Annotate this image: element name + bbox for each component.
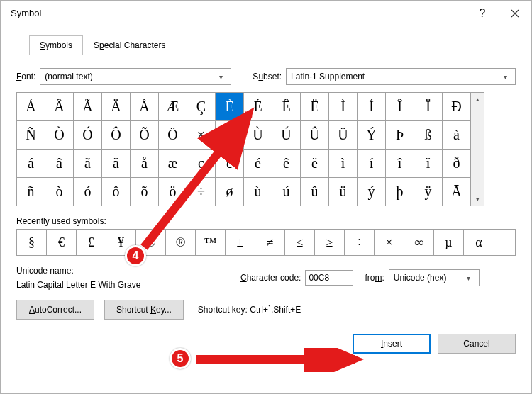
symbol-cell[interactable]: Þ (386, 121, 414, 150)
symbol-cell[interactable]: Í (358, 93, 386, 121)
recent-symbol-cell[interactable]: ≠ (255, 230, 285, 255)
symbol-cell[interactable]: Ð (443, 93, 471, 121)
symbol-cell[interactable]: ç (187, 150, 216, 178)
symbol-cell[interactable]: Ú (272, 121, 301, 150)
symbol-cell[interactable]: ê (272, 150, 301, 178)
recent-symbol-cell[interactable]: £ (77, 230, 106, 255)
symbol-cell[interactable]: ë (301, 150, 329, 178)
symbol-cell[interactable]: Ó (74, 121, 102, 150)
symbol-cell[interactable]: Ê (272, 93, 301, 121)
recent-symbol-cell[interactable]: α (464, 230, 494, 255)
scroll-down-icon[interactable]: ▾ (471, 193, 484, 206)
symbol-cell[interactable]: ä (102, 150, 131, 178)
symbol-cell[interactable]: ó (74, 178, 102, 206)
symbol-cell[interactable]: ð (443, 150, 471, 178)
symbol-cell[interactable]: Î (386, 93, 414, 121)
close-button[interactable] (499, 1, 531, 26)
recent-symbol-cell[interactable]: ≥ (315, 230, 345, 255)
subset-select[interactable]: Latin-1 Supplement ▾ (286, 68, 516, 85)
autocorrect-button[interactable]: AutoCorrect... (16, 300, 94, 320)
symbol-cell[interactable]: â (45, 150, 74, 178)
recent-symbol-cell[interactable]: € (47, 230, 77, 255)
from-select[interactable]: Unicode (hex) ▾ (389, 269, 480, 286)
symbol-cell[interactable]: Á (17, 93, 45, 121)
symbol-cell[interactable]: ÿ (414, 178, 443, 206)
symbol-cell[interactable]: ß (414, 121, 443, 150)
symbol-cell[interactable]: ü (329, 178, 358, 206)
chevron-down-icon: ▾ (498, 69, 512, 84)
symbol-cell[interactable]: é (244, 150, 272, 178)
recent-symbol-cell[interactable]: § (17, 230, 47, 255)
symbol-cell[interactable]: ø (216, 178, 244, 206)
symbol-cell[interactable]: Ï (414, 93, 443, 121)
symbol-cell[interactable]: æ (159, 150, 187, 178)
symbol-cell[interactable]: á (17, 150, 45, 178)
symbol-cell[interactable]: ì (329, 150, 358, 178)
subset-select-value: Latin-1 Supplement (291, 72, 365, 81)
symbol-cell[interactable]: Õ (131, 121, 159, 150)
recent-symbol-cell[interactable]: ¥ (106, 230, 136, 255)
recent-symbol-cell[interactable]: ∞ (404, 230, 434, 255)
symbol-cell[interactable]: Ü (329, 121, 358, 150)
symbol-cell[interactable]: Ò (45, 121, 74, 150)
recent-symbol-cell[interactable]: ™ (196, 230, 226, 255)
symbol-cell[interactable]: ï (414, 150, 443, 178)
help-button[interactable]: ? (466, 1, 499, 26)
symbol-cell[interactable]: ý (358, 178, 386, 206)
tab-special-characters[interactable]: Special Characters (83, 35, 176, 55)
insert-button[interactable]: Insert (353, 334, 431, 354)
cancel-button[interactable]: Cancel (438, 334, 516, 354)
from-label: from: (365, 273, 384, 283)
symbol-cell[interactable]: Ö (159, 121, 187, 150)
symbol-cell[interactable]: Ë (301, 93, 329, 121)
symbol-cell[interactable]: è (216, 150, 244, 178)
character-code-input[interactable] (305, 270, 353, 286)
grid-scrollbar[interactable]: ▴ ▾ (471, 92, 484, 206)
recent-symbol-cell[interactable]: µ (434, 230, 464, 255)
scroll-up-icon[interactable]: ▴ (471, 93, 484, 106)
symbol-cell[interactable]: Ø (216, 121, 244, 150)
symbol-cell[interactable]: ô (102, 178, 131, 206)
tab-symbols[interactable]: Symbols (29, 35, 83, 55)
symbol-cell[interactable]: ò (45, 178, 74, 206)
symbol-cell[interactable]: × (187, 121, 216, 150)
symbol-cell[interactable]: ö (159, 178, 187, 206)
symbol-cell[interactable]: ñ (17, 178, 45, 206)
recent-symbol-cell[interactable]: ® (166, 230, 196, 255)
symbol-cell[interactable]: Ù (244, 121, 272, 150)
symbol-cell[interactable]: Ô (102, 121, 131, 150)
recent-symbol-cell[interactable]: × (375, 230, 404, 255)
symbol-cell[interactable]: î (386, 150, 414, 178)
symbol-cell[interactable]: Ñ (17, 121, 45, 150)
symbol-cell[interactable]: Ã (74, 93, 102, 121)
symbol-cell[interactable]: þ (386, 178, 414, 206)
symbol-cell[interactable]: Â (45, 93, 74, 121)
symbol-cell[interactable]: ú (272, 178, 301, 206)
symbol-cell[interactable]: Ç (187, 93, 216, 121)
symbol-cell[interactable]: Û (301, 121, 329, 150)
symbol-cell[interactable]: ã (74, 150, 102, 178)
recent-symbol-cell[interactable]: ± (226, 230, 255, 255)
symbol-cell[interactable]: Æ (159, 93, 187, 121)
symbol-cell[interactable]: Ì (329, 93, 358, 121)
symbol-cell[interactable]: õ (131, 178, 159, 206)
symbol-cell[interactable]: ÷ (187, 178, 216, 206)
recent-symbol-cell[interactable]: ≤ (285, 230, 315, 255)
symbol-cell[interactable]: Ä (102, 93, 131, 121)
symbol-cell[interactable]: í (358, 150, 386, 178)
shortcut-key-text: Shortcut key: Ctrl+`,Shift+E (198, 305, 301, 315)
symbol-cell[interactable]: ù (244, 178, 272, 206)
symbol-cell[interactable]: Å (131, 93, 159, 121)
recent-symbol-cell[interactable]: ÷ (345, 230, 375, 255)
recent-symbol-cell[interactable]: © (136, 230, 166, 255)
font-select[interactable]: (normal text) ▾ (40, 68, 231, 85)
symbol-cell[interactable]: È (216, 93, 244, 121)
symbol-cell[interactable]: É (244, 93, 272, 121)
symbol-cell[interactable]: Ā (443, 178, 471, 206)
shortcut-key-button[interactable]: Shortcut Key... (104, 300, 184, 320)
symbol-cell[interactable]: û (301, 178, 329, 206)
symbol-cell[interactable]: å (131, 150, 159, 178)
dialog-title: Symbol (11, 8, 466, 18)
symbol-cell[interactable]: Ý (358, 121, 386, 150)
symbol-cell[interactable]: à (443, 121, 471, 150)
